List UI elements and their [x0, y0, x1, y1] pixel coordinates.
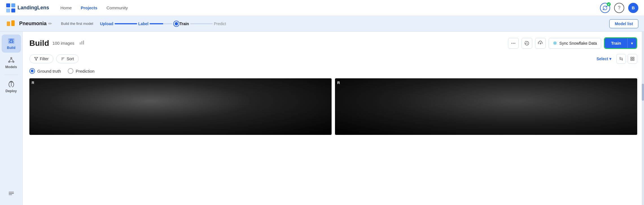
sync-icon	[603, 5, 608, 10]
ground-truth-radio-circle	[29, 68, 35, 74]
image-card-2[interactable]: R	[335, 78, 637, 135]
models-icon	[8, 57, 15, 64]
chart-icon[interactable]	[79, 40, 85, 47]
svg-point-8	[8, 61, 10, 62]
image-grid: R R	[29, 78, 637, 135]
more-options-button[interactable]	[508, 38, 519, 49]
edit-icon[interactable]: ✏	[48, 21, 52, 26]
ground-truth-radio[interactable]: Ground truth	[29, 68, 61, 74]
grid-view-button[interactable]	[628, 54, 637, 64]
svg-rect-2	[6, 8, 10, 12]
history-button[interactable]	[522, 38, 532, 49]
image-label-2: R	[337, 81, 340, 85]
filter-sort-row: Filter Sort Select ▾	[29, 54, 637, 64]
image-card-1[interactable]: R	[29, 78, 332, 135]
svg-rect-28	[631, 59, 632, 61]
logo-text: LandingLens	[17, 5, 49, 11]
deploy-icon	[8, 81, 15, 88]
select-label: Select	[597, 57, 608, 61]
build-title: Build	[29, 39, 49, 48]
select-button[interactable]: Select ▾	[597, 57, 611, 61]
sidebar-divider	[4, 75, 18, 75]
filter-icon	[34, 57, 38, 61]
snowflake-icon: ❄	[553, 40, 557, 46]
sidebar-item-models-label: Models	[5, 65, 17, 69]
svg-rect-17	[81, 41, 82, 45]
svg-point-21	[514, 43, 515, 44]
step-predict: Predict	[214, 21, 226, 26]
svg-rect-18	[83, 40, 84, 44]
train-dropdown-button[interactable]: ▾	[627, 38, 636, 48]
svg-line-11	[11, 59, 14, 61]
svg-rect-6	[10, 38, 13, 40]
sync-snowflake-label: Sync Snowflake Data	[559, 41, 597, 46]
svg-rect-4	[7, 21, 10, 26]
project-icon	[6, 19, 16, 29]
crop-icon	[619, 57, 623, 61]
upload-button[interactable]	[535, 38, 546, 49]
svg-rect-27	[633, 57, 634, 59]
step-label: Label	[138, 21, 149, 26]
step-train: Train	[179, 21, 189, 26]
ellipsis-icon	[511, 41, 516, 46]
filter-button[interactable]: Filter	[29, 54, 53, 63]
svg-rect-0	[6, 3, 10, 7]
train-button[interactable]: Train	[605, 38, 627, 48]
cloud-upload-icon	[538, 41, 543, 46]
build-actions: ❄ Sync Snowflake Data Train ▾	[508, 37, 637, 49]
help-button[interactable]: ?	[614, 3, 624, 13]
sidebar-item-deploy[interactable]: Deploy	[2, 78, 21, 96]
svg-rect-26	[631, 57, 632, 59]
svg-point-19	[511, 43, 512, 44]
sync-snowflake-button[interactable]: ❄ Sync Snowflake Data	[549, 38, 601, 49]
content-inner: Build 100 images	[23, 32, 644, 141]
sort-label: Sort	[67, 57, 74, 61]
sync-button[interactable]	[600, 3, 610, 13]
navbar: LandingLens Home Projects Community ? B	[0, 0, 644, 16]
step-line-3	[190, 23, 213, 24]
svg-line-10	[9, 59, 11, 61]
sort-button[interactable]: Sort	[56, 54, 79, 63]
scrollbar[interactable]	[642, 32, 644, 205]
logo[interactable]: LandingLens	[6, 3, 49, 13]
sidebar: Build Models Deploy	[0, 32, 23, 205]
grid-icon	[630, 57, 635, 61]
sidebar-item-deploy-label: Deploy	[5, 89, 17, 93]
svg-rect-16	[80, 42, 80, 45]
ground-truth-label: Ground truth	[37, 69, 61, 74]
svg-point-7	[10, 57, 12, 59]
sidebar-item-menu[interactable]	[2, 187, 21, 199]
prediction-label: Prediction	[76, 69, 95, 74]
scrollbar-thumb[interactable]	[642, 84, 644, 101]
nav-home[interactable]: Home	[60, 5, 72, 10]
subheader: Pneumonia ✏ Build the first model Upload…	[0, 16, 644, 32]
build-icon	[8, 37, 15, 45]
model-list-button[interactable]: Model list	[609, 19, 638, 28]
avatar[interactable]: B	[628, 3, 638, 13]
crop-view-button[interactable]	[616, 54, 626, 64]
nav-community[interactable]: Community	[106, 5, 128, 10]
sidebar-item-build-label: Build	[7, 46, 16, 50]
train-button-wrapper: Train ▾	[604, 37, 637, 49]
sort-icon	[61, 57, 65, 61]
svg-rect-29	[633, 59, 634, 61]
logo-icon	[6, 3, 16, 13]
nav-projects[interactable]: Projects	[81, 5, 97, 10]
build-header: Build 100 images	[29, 37, 637, 49]
step-line-1	[115, 23, 137, 24]
prediction-radio[interactable]: Prediction	[68, 68, 95, 74]
svg-marker-22	[34, 57, 38, 61]
menu-icon	[8, 190, 14, 197]
sync-check-badge	[607, 2, 611, 6]
sidebar-item-build[interactable]: Build	[2, 34, 21, 53]
main-layout: Build Models Deploy	[0, 32, 644, 205]
prediction-radio-circle	[68, 68, 73, 74]
radio-row: Ground truth Prediction	[29, 68, 637, 74]
nav-links: Home Projects Community	[60, 5, 128, 10]
history-icon	[524, 41, 529, 46]
pipeline-label: Build the first model	[61, 21, 93, 26]
svg-point-20	[513, 43, 514, 44]
sidebar-item-models[interactable]: Models	[2, 54, 21, 72]
step-upload: Upload	[100, 21, 113, 26]
svg-rect-1	[11, 3, 15, 7]
